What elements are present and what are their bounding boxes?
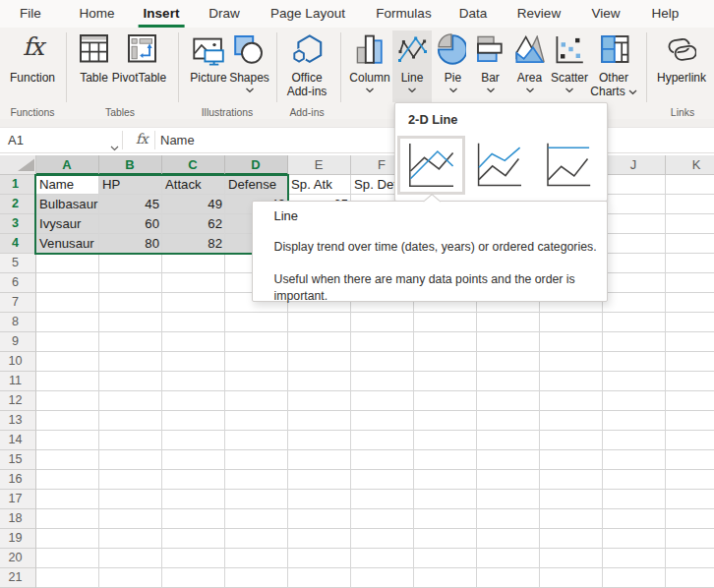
row-number: 12 [0,391,30,410]
cell-B2[interactable]: 45 [99,195,162,214]
menu-tab-draw[interactable]: Draw [208,0,240,28]
formula-input[interactable]: Name [160,133,195,147]
row-header-16[interactable]: 16 [0,470,36,490]
menu-tab-page-layout[interactable]: Page Layout [270,0,345,28]
line-chart-icon [404,139,453,188]
row-header-8[interactable]: 8 [0,313,36,332]
row-header-19[interactable]: 19 [0,529,36,549]
ribbon-group-label-tables: Tables [105,107,135,119]
ribbon-group-label-add-ins: Add-ins [289,107,324,119]
shapes-icon [234,35,263,65]
stacked-line-chart-icon[interactable] [476,141,525,190]
row-number: 4 [0,234,30,253]
row-number: 20 [0,549,30,567]
office-addins-icon [291,34,324,64]
line-chart-dropdown: 2-D Line [394,102,608,202]
menu-tab-label: Review [517,6,561,21]
row-header-4[interactable]: 4 [0,234,36,254]
cell-A1[interactable]: Name [36,175,99,195]
formula-bar-separator [122,131,123,149]
column-header-C[interactable]: C [162,155,225,175]
column-header-J[interactable]: J [603,155,666,175]
menu-tab-formulas[interactable]: Formulas [376,0,431,28]
row-header-14[interactable]: 14 [0,431,36,450]
ribbon-group-label-illustrations: Illustrations [202,107,254,119]
ribbon-group-label-links: Links [671,107,694,119]
row-header-3[interactable]: 3 [0,214,36,234]
row-number: 2 [0,195,30,213]
menu-tab-insert[interactable]: Insert [144,0,180,28]
row-header-7[interactable]: 7 [0,293,36,313]
tooltip-body-line: Display trend over time (dates, years) o… [274,239,609,256]
column-header-B[interactable]: B [99,155,162,175]
name-box[interactable]: A1 [8,133,24,147]
chevron-down-icon [628,85,637,98]
menu-tab-help[interactable]: Help [652,0,680,28]
row-number: 3 [0,214,30,233]
row-header-6[interactable]: 6 [0,273,36,293]
fx-icon[interactable]: fx [136,131,148,147]
row-number: 1 [0,175,30,194]
fx-glyph: fx [23,33,42,61]
cell-A2[interactable]: Bulbasaur [36,195,99,214]
row-number: 18 [0,509,30,528]
row-number: 11 [0,372,30,390]
select-all-corner[interactable] [0,155,36,175]
row-number: 15 [0,450,30,469]
menu-tab-view[interactable]: View [591,0,620,28]
row-header-20[interactable]: 20 [0,549,36,568]
row-header-21[interactable]: 21 [0,568,36,588]
cell-E1[interactable]: Sp. Atk [288,175,351,195]
menu-tab-label: View [591,6,620,21]
menu-tab-data[interactable]: Data [459,0,488,28]
cell-C4[interactable]: 82 [162,234,225,254]
menu-tab-label: Home [79,6,114,21]
ribbon-button-label: Hyperlink [583,71,714,85]
row-header-17[interactable]: 17 [0,490,36,509]
table-icon [80,34,108,63]
function-icon: fx [23,33,42,61]
name-box-chevron-icon[interactable] [110,138,119,155]
cell-C3[interactable]: 62 [162,214,225,234]
row-header-9[interactable]: 9 [0,332,36,352]
menu-tab-label: Data [459,6,488,21]
cell-B1[interactable]: HP [99,175,162,195]
row-header-10[interactable]: 10 [0,352,36,372]
row-header-15[interactable]: 15 [0,450,36,470]
column-header-A[interactable]: A [36,155,99,175]
menu-tab-home[interactable]: Home [79,0,114,28]
menu-bar: FileHomeInsertDrawPage LayoutFormulasDat… [0,0,714,28]
column-header-D[interactable]: D [225,155,288,175]
excel-window: FileHomeInsertDrawPage LayoutFormulasDat… [0,0,714,588]
cell-A4[interactable]: Venusaur [36,234,99,254]
tooltip-title: Line [274,208,299,223]
row-number: 10 [0,352,30,371]
row-header-12[interactable]: 12 [0,391,36,411]
row-number: 17 [0,490,30,508]
column-header-K[interactable]: K [666,155,714,175]
row-header-13[interactable]: 13 [0,411,36,431]
column-header-E[interactable]: E [288,155,351,175]
menu-tab-review[interactable]: Review [517,0,561,28]
row-header-5[interactable]: 5 [0,254,36,273]
row-header-11[interactable]: 11 [0,372,36,391]
cell-B4[interactable]: 80 [99,234,162,254]
cell-C1[interactable]: Attack [162,175,225,195]
other-charts-icon [601,35,629,63]
chevron-down-icon [486,88,495,93]
cell-A3[interactable]: Ivysaur [36,214,99,234]
menu-tab-label: File [20,6,41,21]
cell-D1[interactable]: Defense [225,175,288,195]
row-header-1[interactable]: 1 [0,175,36,195]
row-header-2[interactable]: 2 [0,195,36,214]
menu-tab-label: Draw [208,6,240,21]
hundred-stacked-line-chart-icon[interactable] [545,141,594,190]
dropdown-section-title: 2-D Line [408,112,457,127]
row-number: 19 [0,529,30,548]
row-header-18[interactable]: 18 [0,509,36,529]
cell-C2[interactable]: 49 [162,195,225,214]
menu-tab-file[interactable]: File [20,0,41,28]
cell-B3[interactable]: 60 [99,214,162,234]
ribbon-button-hyperlink[interactable]: Hyperlink [648,28,714,119]
row-number: 9 [0,332,30,351]
